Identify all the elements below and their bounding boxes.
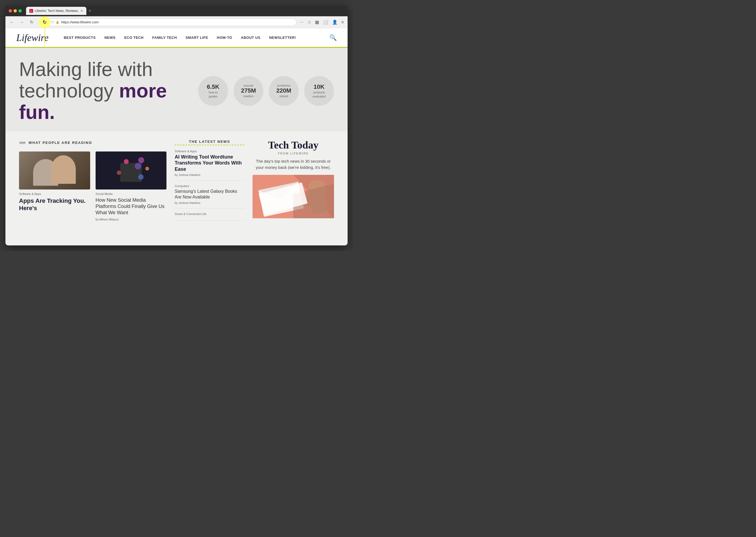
tab-bar: L Lifewire: Tech News, Reviews, ✕ + [26,5,344,16]
traffic-lights [9,9,22,13]
browser-toolbar: ← → ↻ ⌂ 🛡 🔒 https://www.lifewire.com ···… [5,16,348,28]
fullscreen-button[interactable] [19,9,22,13]
hero-section: Making life with technology more fun. 6.… [5,48,348,131]
stat-problems-main: 220M [276,87,291,94]
tech-today-title: Tech Today [253,140,334,151]
hero-stats: 6.5K how-toguides annual 275M readers pr… [198,76,334,106]
reading-section: 👓 WHAT PEOPLE ARE READING Software & App… [19,140,166,225]
stat-products: 10K productsevaluated [304,76,334,106]
news-2-category: Computers [175,184,244,187]
nav-item-smart-life[interactable]: SMART LIFE [181,36,212,40]
article-1-category: Software & Apps [19,192,90,195]
tech-today-section: Tech Today FROM LIFEWIRE The day's top t… [253,140,334,225]
hero-headline: Making life with technology more fun. [19,59,188,123]
toolbar-actions: ··· ☆ ▦ ⬜ 👤 ≡ [299,19,345,26]
news-1-category: Software & Apps [175,149,244,153]
article-1-title: Apps Are Tracking You. Here's [19,197,90,212]
svg-rect-4 [308,180,327,214]
site-logo[interactable]: Lifewire [16,32,49,43]
nav-item-news[interactable]: NEWS [100,36,120,40]
sidebar-icon[interactable]: ▦ [314,19,320,26]
stat-howto: 6.5K how-toguides [198,76,228,106]
back-button[interactable]: ← [8,19,16,26]
tech-today-description: The day's top tech news in 30 seconds or… [253,158,334,171]
website-content: Lifewire BEST PRODUCTS NEWS ECO TECH FAM… [5,28,348,245]
hero-headline-line2: technology more fun. [19,80,188,123]
tab-close-icon[interactable]: ✕ [80,9,83,13]
stat-problems-label: solved [279,94,288,98]
tab-view-icon[interactable]: ⬜ [322,19,329,26]
tech-today-subtitle: FROM LIFEWIRE [253,152,334,155]
news-1-title: AI Writing Tool Wordtune Transforms Your… [175,154,244,172]
nav-item-best-products[interactable]: BEST PRODUCTS [60,36,100,40]
reading-emoji-icon: 👓 [19,140,26,146]
lock-icon: 🔒 [56,21,60,24]
envelope-illustration [253,175,334,218]
more-options-button[interactable]: ··· [299,19,304,26]
home-button[interactable]: ⌂ [37,19,45,26]
stat-howto-number: 6.5K [207,83,219,90]
forward-button[interactable]: → [18,19,25,26]
stat-readers: annual 275M readers [233,76,263,106]
news-item-3[interactable]: Smart & Connected Life [175,212,244,221]
search-button[interactable]: 🔍 [329,34,337,41]
content-section: 👓 WHAT PEOPLE ARE READING Software & App… [5,131,348,233]
shield-icon: 🛡 [51,21,54,24]
account-icon[interactable]: 👤 [331,19,339,26]
news-item-2[interactable]: Computers Samsung's Latest Galaxy Books … [175,184,244,209]
browser-titlebar: L Lifewire: Tech News, Reviews, ✕ + [5,5,348,16]
browser-window: L Lifewire: Tech News, Reviews, ✕ + ← → … [5,5,348,245]
stat-readers-number: annual [244,84,253,87]
active-tab[interactable]: L Lifewire: Tech News, Reviews, ✕ [26,7,86,15]
nav-item-about-us[interactable]: ABOUT US [236,36,265,40]
stat-readers-main: 275M [241,87,256,94]
stat-readers-label: readers [243,94,253,98]
hamburger-icon[interactable]: ≡ [340,19,345,26]
tab-title: Lifewire: Tech News, Reviews, [35,9,79,13]
reading-section-title: WHAT PEOPLE ARE READING [28,141,92,145]
article-card-2[interactable]: Social Media How New Social Media Platfo… [96,151,167,221]
site-nav: BEST PRODUCTS NEWS ECO TECH FAMILY TECH … [60,36,329,40]
hero-headline-line1: Making life with [19,59,188,80]
site-header: Lifewire BEST PRODUCTS NEWS ECO TECH FAM… [5,28,348,48]
news-section: THE LATEST NEWS Software & Apps AI Writi… [175,140,244,225]
stat-howto-label: how-toguides [209,90,218,98]
bookmark-button[interactable]: ☆ [306,19,312,26]
article-2-title: How New Social Media Platforms Could Fin… [96,197,167,216]
hero-text: Making life with technology more fun. [19,59,188,123]
news-item-1[interactable]: Software & Apps AI Writing Tool Wordtune… [175,149,244,181]
url-text: https://www.lifewire.com [61,20,99,24]
tech-today-image [253,175,334,218]
reading-grid: Software & Apps Apps Are Tracking You. H… [19,151,166,221]
news-1-author: by Joshua Hawkins [175,173,244,177]
stat-products-number: 10K [314,83,324,90]
address-bar[interactable]: 🛡 🔒 https://www.lifewire.com [47,19,297,26]
stat-problems-pre: problems [277,84,291,87]
article-image-1 [19,151,90,189]
nav-item-how-to[interactable]: HOW-TO [212,36,236,40]
nav-item-eco-tech[interactable]: ECO TECH [120,36,148,40]
article-2-author: by Allison Matyus [96,218,167,221]
nav-item-newsletter[interactable]: NEWSLETTER! [265,36,300,40]
logo-text: Lifewire [16,32,49,43]
article-2-category: Social Media [96,192,167,195]
new-tab-button[interactable]: + [86,8,94,14]
stat-products-label: productsevaluated [313,90,326,98]
nav-item-family-tech[interactable]: FAMILY TECH [148,36,182,40]
minimize-button[interactable] [14,9,17,13]
article-image-2 [96,151,167,189]
tab-favicon: L [29,9,33,13]
refresh-button[interactable]: ↻ [28,19,35,26]
dots-overlay [96,151,167,189]
stat-problems: problems 220M solved [269,76,299,106]
close-button[interactable] [9,9,12,13]
news-2-title: Samsung's Latest Galaxy Books Are Now Av… [175,189,244,200]
svg-rect-5 [306,191,314,208]
news-section-title: THE LATEST NEWS [175,140,244,144]
news-divider [175,145,244,145]
article-card-1[interactable]: Software & Apps Apps Are Tracking You. H… [19,151,90,221]
reading-section-header: 👓 WHAT PEOPLE ARE READING [19,140,166,146]
news-3-category: Smart & Connected Life [175,212,244,216]
news-2-author: by Joshua Hawkins [175,201,244,204]
